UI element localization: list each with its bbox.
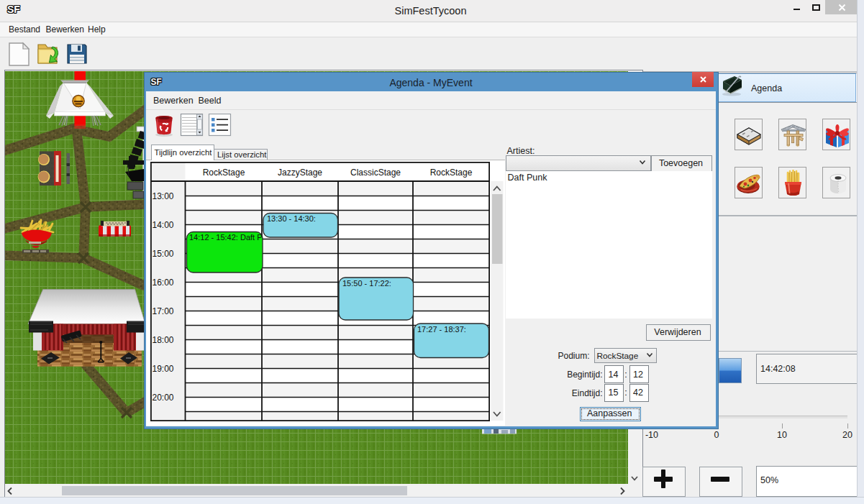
svg-text:RockStage: RockStage — [430, 168, 473, 178]
svg-text:15:50 - 17:22:: 15:50 - 17:22: — [342, 279, 391, 288]
svg-text:JazzyStage: JazzyStage — [278, 168, 322, 178]
svg-text:13:00: 13:00 — [153, 191, 174, 201]
svg-text:14:00: 14:00 — [153, 220, 174, 230]
svg-text:20:00: 20:00 — [153, 393, 174, 403]
svg-text:16:00: 16:00 — [153, 278, 174, 288]
svg-text:17:00: 17:00 — [153, 306, 174, 316]
svg-text:18:00: 18:00 — [153, 335, 174, 345]
svg-text:19:00: 19:00 — [153, 364, 174, 374]
svg-text:RockStage: RockStage — [203, 168, 245, 178]
svg-text:14:12 - 15:42: Daft Pu: 14:12 - 15:42: Daft Pu — [189, 233, 267, 242]
svg-text:15:00: 15:00 — [153, 249, 174, 259]
svg-text:ClassicStage: ClassicStage — [350, 168, 401, 178]
svg-text:17:27 - 18:37:: 17:27 - 18:37: — [417, 325, 466, 334]
svg-text:13:30 - 14:30:: 13:30 - 14:30: — [267, 214, 316, 223]
